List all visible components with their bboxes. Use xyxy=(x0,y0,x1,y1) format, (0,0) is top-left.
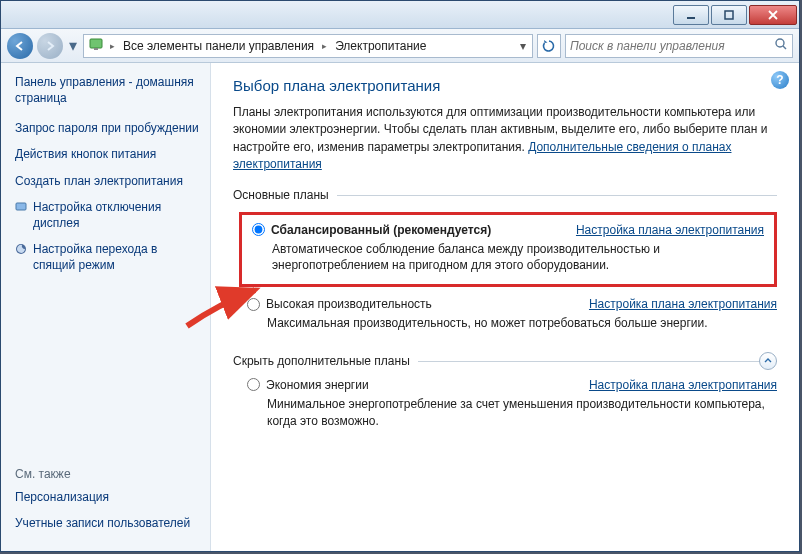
plan-high-performance-radio-label[interactable]: Высокая производительность xyxy=(247,297,432,311)
search-input[interactable] xyxy=(570,39,774,53)
plan-high-performance-radio[interactable] xyxy=(247,298,260,311)
close-button[interactable] xyxy=(749,5,797,25)
svg-point-4 xyxy=(776,39,784,47)
plan-balanced-radio-label[interactable]: Сбалансированный (рекомендуется) xyxy=(252,223,491,237)
window-frame: ▾ ▸ Все элементы панели управления ▸ Эле… xyxy=(0,0,800,552)
sleep-icon xyxy=(15,243,27,255)
page-title: Выбор плана электропитания xyxy=(233,77,777,94)
see-also-user-accounts[interactable]: Учетные записи пользователей xyxy=(15,515,200,531)
plan-high-performance-settings-link[interactable]: Настройка плана электропитания xyxy=(589,297,777,311)
display-icon xyxy=(15,201,27,213)
plan-power-saver: Экономия энергии Настройка плана электро… xyxy=(247,378,777,430)
breadcrumb-dropdown[interactable]: ▾ xyxy=(514,39,532,53)
plan-power-saver-radio-label[interactable]: Экономия энергии xyxy=(247,378,369,392)
sidebar: Панель управления - домашняя страница За… xyxy=(1,63,211,551)
svg-line-5 xyxy=(783,46,786,49)
plan-balanced: Сбалансированный (рекомендуется) Настрой… xyxy=(239,212,777,288)
back-button[interactable] xyxy=(7,33,33,59)
sidebar-link-button-actions[interactable]: Действия кнопок питания xyxy=(15,146,200,162)
plan-high-performance-desc: Максимальная производительность, но може… xyxy=(267,315,777,332)
plan-balanced-desc: Автоматическое соблюдение баланса между … xyxy=(272,241,764,275)
control-panel-home-link[interactable]: Панель управления - домашняя страница xyxy=(15,75,200,106)
see-also-personalization[interactable]: Персонализация xyxy=(15,489,200,505)
navbar: ▾ ▸ Все элементы панели управления ▸ Эле… xyxy=(1,29,799,63)
control-panel-icon xyxy=(88,36,104,55)
maximize-button[interactable] xyxy=(711,5,747,25)
forward-button[interactable] xyxy=(37,33,63,59)
breadcrumb-seg-all-items[interactable]: Все элементы панели управления xyxy=(117,35,320,57)
svg-rect-3 xyxy=(94,48,98,50)
plan-balanced-settings-link[interactable]: Настройка плана электропитания xyxy=(576,223,764,237)
see-also-label: См. также xyxy=(15,467,200,481)
breadcrumb[interactable]: ▸ Все элементы панели управления ▸ Элект… xyxy=(83,34,533,58)
svg-rect-0 xyxy=(687,17,695,19)
plan-balanced-radio[interactable] xyxy=(252,223,265,236)
additional-plans-legend: Скрыть дополнительные планы xyxy=(233,354,777,368)
minimize-button[interactable] xyxy=(673,5,709,25)
nav-history-dropdown[interactable]: ▾ xyxy=(67,36,79,55)
sidebar-link-sleep[interactable]: Настройка перехода в спящий режим xyxy=(33,241,200,273)
chevron-right-icon: ▸ xyxy=(320,41,329,51)
search-box[interactable] xyxy=(565,34,793,58)
svg-rect-1 xyxy=(725,11,733,19)
plan-power-saver-desc: Минимальное энергопотребление за счет ум… xyxy=(267,396,777,430)
svg-rect-2 xyxy=(90,39,102,48)
svg-rect-6 xyxy=(16,203,26,210)
plan-high-performance: Высокая производительность Настройка пла… xyxy=(247,297,777,332)
collapse-additional-plans-button[interactable] xyxy=(759,352,777,370)
chevron-right-icon: ▸ xyxy=(108,41,117,51)
main-content: ? Выбор плана электропитания Планы элект… xyxy=(211,63,799,551)
sidebar-link-password[interactable]: Запрос пароля при пробуждении xyxy=(15,120,200,136)
search-icon xyxy=(774,37,788,55)
plan-power-saver-radio[interactable] xyxy=(247,378,260,391)
primary-plans-legend: Основные планы xyxy=(233,188,777,202)
titlebar xyxy=(1,1,799,29)
sidebar-link-display-off[interactable]: Настройка отключения дисплея xyxy=(33,199,200,231)
breadcrumb-seg-power[interactable]: Электропитание xyxy=(329,35,432,57)
refresh-button[interactable] xyxy=(537,34,561,58)
intro-text: Планы электропитания используются для оп… xyxy=(233,104,777,174)
sidebar-link-create-plan[interactable]: Создать план электропитания xyxy=(15,173,200,189)
help-icon[interactable]: ? xyxy=(771,71,789,89)
plan-power-saver-settings-link[interactable]: Настройка плана электропитания xyxy=(589,378,777,392)
